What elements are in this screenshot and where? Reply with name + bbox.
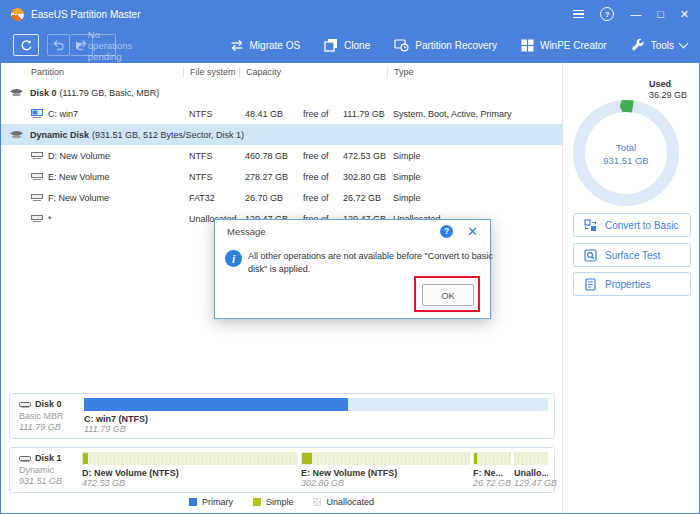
convert-icon bbox=[584, 219, 597, 232]
tools-menu-button[interactable]: Tools bbox=[631, 38, 687, 52]
menu-list-icon[interactable] bbox=[573, 10, 584, 19]
clone-icon bbox=[324, 38, 338, 52]
winpe-creator-icon bbox=[521, 39, 534, 52]
winpe-creator-button[interactable]: WinPE Creator bbox=[521, 39, 607, 52]
disk1-partition-f[interactable]: F: Ne... 26.72 GB bbox=[473, 452, 511, 488]
disk0-size: 111.79 GB bbox=[19, 422, 82, 433]
legend: Primary Simple Unallocated bbox=[1, 497, 562, 507]
dialog-close-icon[interactable]: ✕ bbox=[467, 225, 478, 238]
disk0-kind: Basic MBR bbox=[19, 411, 82, 422]
fs-value: NTFS bbox=[183, 109, 239, 119]
table-row-f[interactable]: F: New Volume FAT32 26.70 GBfree of26.72… bbox=[1, 187, 562, 208]
message-dialog: Message ? ✕ i All other operations are n… bbox=[214, 219, 491, 319]
undo-icon bbox=[52, 39, 65, 51]
partition-icon bbox=[31, 109, 43, 118]
partition-recovery-icon bbox=[394, 38, 409, 52]
minimize-button[interactable]: — bbox=[630, 9, 641, 20]
capacity-value: 278.27 GBfree of302.80 GB bbox=[239, 172, 387, 182]
column-capacity[interactable]: Capacity bbox=[239, 67, 387, 78]
disk-usage-donut: Used 36.29 GB Total 931.51 GB bbox=[563, 63, 700, 233]
total-label: Total 931.51 GB bbox=[586, 141, 666, 167]
play-icon bbox=[76, 41, 82, 49]
wrench-icon bbox=[631, 38, 645, 52]
drive-icon bbox=[19, 402, 31, 408]
partition-size: 111.79 GB bbox=[84, 424, 548, 434]
dialog-help-icon[interactable]: ? bbox=[440, 225, 453, 238]
table-row-d[interactable]: D: New Volume NTFS 460.78 GBfree of472.5… bbox=[1, 145, 562, 166]
pending-operations-button[interactable]: No operations pending bbox=[93, 34, 116, 56]
partition-label: C: win7 (NTFS) bbox=[84, 414, 548, 424]
used-space-fill bbox=[84, 398, 348, 411]
migrate-os-button[interactable]: Migrate OS bbox=[230, 39, 301, 52]
legend-primary-swatch bbox=[189, 498, 197, 506]
dialog-titlebar: Message ? ✕ bbox=[215, 220, 490, 242]
partition-table-header: Partition File system Capacity Type bbox=[1, 63, 562, 82]
partition-name: E: New Volume bbox=[48, 172, 110, 182]
fs-value: NTFS bbox=[183, 151, 239, 161]
disk1-partition-d[interactable]: D: New Volume (NTFS) 472.53 GB bbox=[82, 452, 298, 488]
disk-detail: (111.79 GB, Basic, MBR) bbox=[60, 88, 160, 98]
disk1-kind: Dynamic bbox=[19, 465, 80, 476]
partition-table: Disk 0 (111.79 GB, Basic, MBR) C: win7 N… bbox=[1, 82, 562, 229]
partition-icon bbox=[31, 215, 43, 222]
properties-button[interactable]: Properties bbox=[573, 272, 691, 296]
type-value: Simple bbox=[387, 172, 562, 182]
close-button[interactable]: ✕ bbox=[680, 9, 689, 20]
info-icon: i bbox=[225, 250, 242, 267]
table-row-dynamic-disk[interactable]: Dynamic Disk (931.51 GB, 512 Bytes/Secto… bbox=[1, 124, 562, 145]
drive-icon bbox=[19, 456, 31, 462]
clone-button[interactable]: Clone bbox=[324, 38, 370, 52]
partition-icon bbox=[31, 194, 43, 201]
window-title: EaseUS Partition Master bbox=[31, 9, 141, 20]
chevron-down-icon bbox=[679, 39, 689, 49]
disk1-unallocated[interactable]: Unallo... 129.47 GB bbox=[514, 452, 548, 488]
help-icon[interactable]: ? bbox=[600, 7, 614, 21]
partition-icon bbox=[31, 152, 43, 159]
partition-name: C: win7 bbox=[48, 109, 78, 119]
partition-name: F: New Volume bbox=[48, 193, 109, 203]
refresh-icon bbox=[20, 39, 33, 52]
disk1-map-panel: Disk 1 Dynamic 931.51 GB D: New Volume (… bbox=[9, 447, 555, 493]
undo-button[interactable] bbox=[47, 34, 70, 56]
ok-button[interactable]: OK bbox=[422, 284, 474, 306]
fs-value: NTFS bbox=[183, 172, 239, 182]
disk0-name: Disk 0 bbox=[19, 399, 82, 410]
capacity-value: 26.70 GBfree of26.72 GB bbox=[239, 193, 387, 203]
toolbar: No operations pending Migrate OS Clone bbox=[1, 27, 699, 63]
maximize-button[interactable]: □ bbox=[657, 9, 664, 20]
disk1-name: Disk 1 bbox=[19, 453, 80, 464]
column-file-system[interactable]: File system bbox=[183, 67, 239, 78]
disk-detail: (931.51 GB, 512 Bytes/Sector, Disk 1) bbox=[92, 130, 244, 140]
table-row-e[interactable]: E: New Volume NTFS 278.27 GBfree of302.8… bbox=[1, 166, 562, 187]
disk-name: Dynamic Disk bbox=[30, 130, 89, 140]
legend-unallocated-swatch bbox=[313, 498, 321, 506]
fs-value: FAT32 bbox=[183, 193, 239, 203]
pending-operations-label: No operations pending bbox=[88, 29, 132, 62]
title-bar: EaseUS Partition Master ? — □ ✕ bbox=[1, 1, 699, 27]
partition-name: D: New Volume bbox=[48, 151, 110, 161]
app-window: EaseUS Partition Master ? — □ ✕ bbox=[0, 0, 700, 514]
column-partition[interactable]: Partition bbox=[1, 67, 183, 78]
table-row-c[interactable]: C: win7 NTFS 48.41 GBfree of111.79 GB Sy… bbox=[1, 103, 562, 124]
type-value: Simple bbox=[387, 151, 562, 161]
disk1-partition-e[interactable]: E: New Volume (NTFS) 302.80 GB bbox=[301, 452, 470, 488]
refresh-button[interactable] bbox=[13, 34, 39, 56]
partition-recovery-button[interactable]: Partition Recovery bbox=[394, 38, 497, 52]
migrate-os-icon bbox=[230, 39, 244, 52]
used-marker-dot bbox=[620, 100, 632, 112]
used-label: Used 36.29 GB bbox=[649, 79, 687, 101]
convert-to-basic-button[interactable]: Convert to Basic bbox=[573, 213, 691, 237]
capacity-value: 48.41 GBfree of111.79 GB bbox=[239, 109, 387, 119]
dialog-message: All other operations are not available b… bbox=[248, 250, 494, 276]
disk-icon bbox=[9, 88, 24, 97]
app-logo-icon bbox=[11, 8, 24, 21]
partition-icon bbox=[31, 173, 43, 180]
properties-icon bbox=[584, 278, 597, 291]
disk1-size: 931.51 GB bbox=[19, 476, 80, 487]
disk-icon bbox=[9, 130, 24, 139]
disk0-partition-bar[interactable] bbox=[84, 398, 548, 411]
surface-test-button[interactable]: Surface Test bbox=[573, 243, 691, 267]
table-row-disk0[interactable]: Disk 0 (111.79 GB, Basic, MBR) bbox=[1, 82, 562, 103]
partition-name: * bbox=[48, 214, 52, 224]
column-type[interactable]: Type bbox=[387, 67, 562, 78]
